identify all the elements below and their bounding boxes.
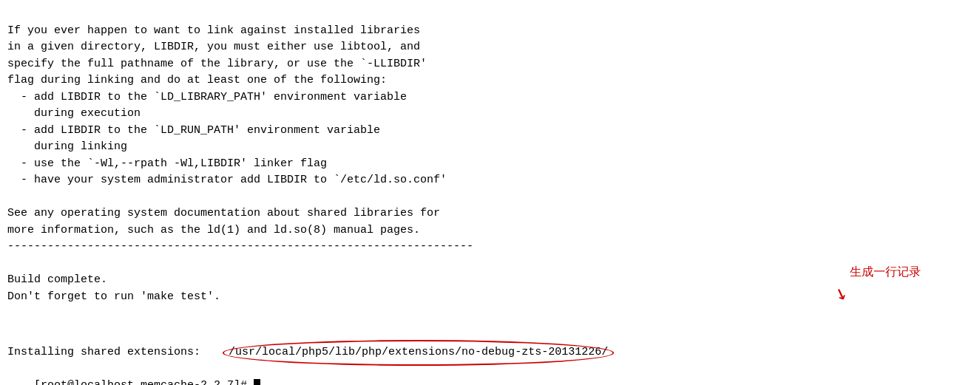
line-8: during linking bbox=[7, 140, 127, 153]
annotation-text: 生成一行记录 bbox=[850, 265, 921, 280]
install-label: Installing shared extensions: bbox=[7, 344, 227, 361]
line-12: See any operating system documentation a… bbox=[7, 207, 440, 219]
line-5: - add LIBDIR to the `LD_LIBRARY_PATH' en… bbox=[7, 91, 407, 103]
line-7: - add LIBDIR to the `LD_RUN_PATH' enviro… bbox=[7, 124, 380, 137]
install-path-circled: /usr/local/php5/lib/php/extensions/no-de… bbox=[229, 344, 608, 361]
cursor bbox=[254, 379, 260, 385]
line-1: If you ever happen to want to link again… bbox=[7, 24, 420, 37]
annotation-arrow-icon: ↘ bbox=[832, 282, 851, 305]
prompt-line: [root@localhost memcache-2.2.7]# bbox=[0, 361, 980, 386]
divider-line: ----------------------------------------… bbox=[7, 240, 473, 253]
annotation: 生成一行记录 ↘ bbox=[828, 265, 921, 304]
line-3: specify the full pathname of the library… bbox=[7, 58, 427, 70]
line-4: flag during linking and do at least one … bbox=[7, 74, 387, 86]
install-extensions-line: Installing shared extensions: /usr/local… bbox=[0, 344, 980, 361]
line-9: - use the `-Wl,--rpath -Wl,LIBDIR' linke… bbox=[7, 157, 327, 170]
line-2: in a given directory, LIBDIR, you must e… bbox=[7, 41, 420, 53]
prompt-text: [root@localhost memcache-2.2.7]# bbox=[34, 379, 254, 385]
line-13: more information, such as the ld(1) and … bbox=[7, 224, 420, 236]
line-10: - have your system administrator add LIB… bbox=[7, 174, 447, 186]
line-6: during execution bbox=[7, 107, 141, 120]
line-build: Build complete. bbox=[7, 273, 107, 286]
line-make-test: Don't forget to run 'make test'. bbox=[7, 290, 220, 303]
install-path: /usr/local/php5/lib/php/extensions/no-de… bbox=[229, 346, 608, 358]
